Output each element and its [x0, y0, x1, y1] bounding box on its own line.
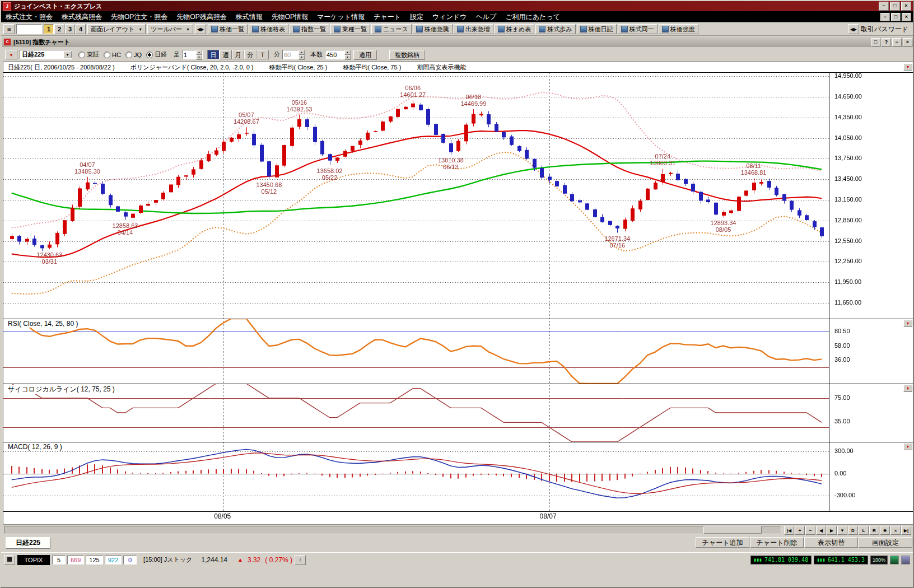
menu-item-6[interactable]: マーケット情報 — [313, 11, 369, 22]
tray-icon-2[interactable] — [901, 556, 910, 564]
trade-password-button[interactable]: 取引パスワード — [861, 25, 908, 34]
panel-dropdown-button-3[interactable]: ▼ — [903, 443, 912, 450]
menu-item-2[interactable]: 先物OP注文・照会 — [106, 11, 172, 22]
scroll-button-1[interactable]: + — [795, 526, 805, 535]
chart-type-dropdown[interactable]: ▼ — [5, 50, 17, 59]
layout-button-1[interactable]: 1 — [44, 24, 54, 34]
screen-layout-dropdown[interactable]: 画面レイアウト ▼ — [87, 24, 146, 34]
menu-item-3[interactable]: 先物OP残高照会 — [172, 11, 231, 22]
toolbar-button-0[interactable]: 株価一覧 — [208, 24, 248, 34]
scroll-button-7[interactable]: L — [859, 526, 869, 535]
bars-input[interactable] — [325, 52, 344, 58]
menu-item-7[interactable]: チャート — [369, 11, 405, 22]
market-radio-HC[interactable]: HC — [102, 52, 123, 58]
toolbar-button-label: 株式歩み — [547, 25, 572, 34]
status-stop-button[interactable] — [4, 555, 15, 565]
period-button-週[interactable]: 週 — [220, 50, 232, 59]
scroll-button-11[interactable]: ▶| — [901, 526, 911, 535]
menu-item-4[interactable]: 株式情報 — [231, 11, 267, 22]
status-index-select[interactable]: TOPIX — [17, 555, 50, 565]
scroll-button-5[interactable]: ▼ — [837, 526, 847, 535]
menu-item-9[interactable]: ウィンドウ — [428, 11, 471, 22]
chart-action-button-3[interactable]: 画面設定 — [859, 537, 912, 548]
multi-symbol-button[interactable]: 複数銘柄 — [389, 50, 425, 60]
market-radio-JQ[interactable]: JQ — [124, 52, 143, 58]
scroll-button-2[interactable]: − — [805, 526, 815, 535]
layout-button-2[interactable]: 2 — [54, 24, 64, 34]
combo-chevron-down-icon[interactable]: ▼ — [63, 51, 72, 58]
chart-action-button-0[interactable]: チャート追加 — [696, 537, 749, 548]
scroll-button-6[interactable]: D — [848, 526, 858, 535]
titlebar-button-1[interactable]: □ — [890, 2, 900, 11]
scroll-button-10[interactable]: × — [890, 526, 901, 535]
scroll-button-0[interactable]: |◀ — [784, 526, 794, 535]
menu-item-5[interactable]: 先物OP情報 — [267, 11, 313, 22]
period-button-分[interactable]: 分 — [244, 50, 257, 59]
scrollbar-track[interactable] — [4, 526, 781, 534]
chart-window-button-1[interactable]: ? — [882, 38, 891, 46]
apply-button[interactable]: 適用 — [353, 50, 377, 60]
chart-window-button-0[interactable]: □ — [871, 38, 880, 46]
toolbar-button-6[interactable]: 出来急増 — [454, 24, 493, 34]
toolbar-button-3[interactable]: 業種一覧 — [330, 24, 370, 34]
ashi-input[interactable] — [183, 52, 196, 58]
toolbar-button-4[interactable]: ニュース — [371, 24, 412, 34]
password-arrows-icon[interactable]: ◀▶ — [848, 24, 859, 34]
minutes-input[interactable] — [283, 52, 299, 58]
menu-item-1[interactable]: 株式残高照会 — [57, 11, 106, 22]
chart-action-button-2[interactable]: 表示切替 — [804, 537, 858, 548]
mdi-window-button-1[interactable]: □ — [891, 13, 901, 21]
menu-item-10[interactable]: ヘルプ — [471, 11, 501, 22]
panel-dropdown-button-2[interactable]: ▼ — [903, 385, 912, 392]
toolbar-button-11[interactable]: 株価強度 — [659, 24, 698, 34]
mdi-window-button-2[interactable]: × — [902, 13, 911, 21]
scroll-button-9[interactable]: ⊕ — [880, 526, 890, 535]
symbol-combobox[interactable]: 日経225 ▼ — [20, 50, 72, 59]
toolbar-button-7[interactable]: 株まめ表 — [495, 24, 535, 34]
chart-canvas[interactable] — [3, 62, 829, 525]
layout-button-3[interactable]: 3 — [65, 24, 75, 34]
panel-dropdown-button-1[interactable]: ▼ — [903, 320, 912, 327]
toolbar-button-2[interactable]: 指数一覧 — [290, 24, 329, 34]
layout-button-4[interactable]: 4 — [76, 24, 86, 34]
tray-icon-1[interactable] — [890, 556, 899, 564]
minutes-stepper[interactable]: ▲▼ — [282, 50, 305, 59]
ashi-stepper[interactable]: ▲▼ — [182, 50, 203, 59]
spinner-arrows-icon[interactable]: ▲▼ — [299, 50, 305, 60]
scroll-button-8[interactable]: R — [869, 526, 879, 535]
titlebar-button-2[interactable]: × — [901, 2, 911, 11]
market-radio-日経[interactable]: 日経 — [144, 50, 169, 59]
status-meter-0: ▮▮▮741.81 039.48 — [750, 556, 812, 564]
menu-item-0[interactable]: 株式注文・照会 — [1, 11, 57, 22]
spinner-arrows-icon[interactable]: ▲▼ — [196, 50, 202, 60]
tab-nikkei225[interactable]: 日経225 — [6, 537, 50, 549]
toolbar-button-9[interactable]: 株価日記 — [577, 24, 617, 34]
dock-arrows-icon[interactable]: ◀▶ — [195, 24, 206, 34]
toolbar-dropdown[interactable]: ツールバー ▼ — [147, 24, 193, 34]
toolbar-button-8[interactable]: 株式歩み — [535, 24, 575, 34]
toolbar-button-label: 業種一覧 — [342, 25, 367, 34]
scroll-button-3[interactable]: ◀ — [816, 526, 826, 535]
menu-item-8[interactable]: 設定 — [405, 11, 428, 22]
chart-window-button-2[interactable]: − — [892, 38, 902, 46]
menu-item-11[interactable]: ご利用にあたって — [501, 11, 565, 22]
panel-dropdown-button-0[interactable]: ▼ — [903, 63, 912, 71]
bars-stepper[interactable]: ▲▼ — [325, 50, 351, 59]
period-button-T[interactable]: T — [257, 50, 269, 59]
mdi-window-button-0[interactable]: − — [880, 13, 890, 21]
toolbar-button-1[interactable]: 株価格表 — [249, 24, 288, 34]
scroll-button-4[interactable]: ▶ — [827, 526, 837, 535]
window-grid-icon[interactable]: ⊞ — [3, 24, 15, 34]
scrollbar-thumb[interactable] — [703, 526, 762, 534]
spinner-arrows-icon[interactable]: ▲▼ — [344, 50, 351, 60]
period-button-日[interactable]: 日 — [207, 50, 220, 59]
chart-window-button-3[interactable]: × — [903, 38, 912, 46]
period-button-月[interactable]: 月 — [232, 50, 244, 59]
toolbar-blank-input[interactable] — [16, 24, 42, 34]
titlebar-button-0[interactable]: − — [879, 2, 889, 11]
status-up-button[interactable]: ↑ — [295, 555, 306, 565]
market-radio-東証[interactable]: 東証 — [77, 50, 101, 59]
chart-action-button-1[interactable]: チャート削除 — [750, 537, 804, 548]
toolbar-button-5[interactable]: 株価急騰 — [413, 24, 453, 34]
toolbar-button-10[interactable]: 株式同一 — [618, 24, 657, 34]
